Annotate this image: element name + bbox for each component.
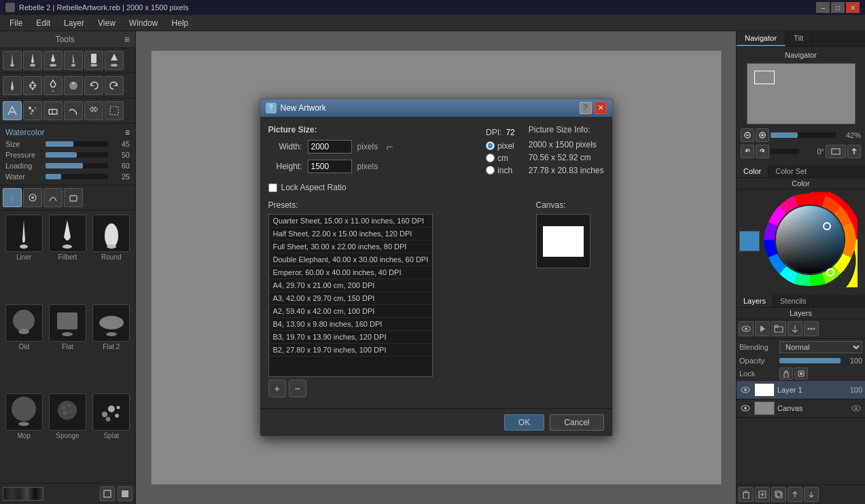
color-wheel-svg[interactable] (762, 192, 858, 287)
preset-6[interactable]: A3, 42.00 x 29.70 cm, 150 DPI (269, 292, 433, 305)
tool-brush5[interactable] (84, 51, 103, 70)
menu-file[interactable]: File (3, 17, 29, 29)
zoom-slider[interactable] (771, 132, 836, 138)
close-button[interactable]: ✕ (846, 2, 860, 13)
lock-aspect-checkbox[interactable] (268, 183, 277, 192)
ok-button[interactable]: OK (504, 414, 544, 431)
tab-navigator[interactable]: Navigator (737, 31, 785, 46)
brush-flat2[interactable]: Flat 2 (90, 303, 133, 391)
tool-wet[interactable] (3, 188, 22, 207)
canvas-extra-vis[interactable] (850, 402, 862, 414)
delete-layer-button[interactable] (739, 487, 754, 502)
height-input[interactable] (308, 160, 352, 173)
tool-dry[interactable] (23, 188, 42, 207)
foreground-color-swatch[interactable] (739, 231, 760, 251)
move-layer-up-button[interactable] (788, 487, 802, 502)
size-slider[interactable] (46, 141, 108, 147)
preset-4[interactable]: Emperor, 60.00 x 40.00 inches, 40 DPI (269, 266, 433, 279)
layer-item-1[interactable]: Layer 1 100 (737, 381, 865, 399)
brush-liner[interactable]: Liner (3, 213, 45, 302)
canvas-layer[interactable]: Canvas (737, 399, 865, 418)
toolbar-bottom-btn2[interactable] (118, 486, 133, 501)
brush-splat[interactable]: Splat (90, 392, 133, 480)
dialog-close-button[interactable]: ✕ (595, 102, 607, 114)
unit-inch-radio[interactable] (486, 166, 495, 175)
menu-edit[interactable]: Edit (29, 17, 57, 29)
tool-paint[interactable] (3, 101, 22, 120)
preset-2[interactable]: Full Sheet, 30.00 x 22.00 inches, 80 DPI (269, 240, 433, 253)
reset-view-button[interactable] (826, 145, 846, 158)
watercolor-menu-icon[interactable]: ≡ (125, 128, 130, 137)
tool-brush3[interactable] (43, 51, 63, 70)
tool-redo[interactable] (105, 76, 124, 95)
preset-1[interactable]: Half Sheet, 22.00 x 15.00 inches, 120 DP… (269, 228, 433, 240)
menu-help[interactable]: Help (165, 17, 196, 29)
lock-position-button[interactable] (794, 367, 808, 380)
tool-pen[interactable] (23, 76, 42, 95)
brush-flat[interactable]: Flat (46, 303, 88, 391)
brush-mop[interactable]: Mop (3, 392, 45, 480)
preset-0[interactable]: Quarter Sheet, 15.00 x 11.00 inches, 160… (269, 215, 433, 228)
preset-remove-button[interactable]: − (289, 380, 306, 397)
tab-color-set[interactable]: Color Set (769, 165, 814, 177)
tool-dropper[interactable] (43, 76, 63, 95)
tool-blend[interactable] (43, 188, 63, 207)
cancel-button[interactable]: Cancel (550, 414, 603, 431)
lock-pixels-button[interactable] (779, 367, 793, 380)
layers-extra-button[interactable] (804, 321, 819, 336)
preset-9[interactable]: B3, 19.70 x 13.90 inches, 120 DPI (269, 331, 433, 344)
layers-play-button[interactable] (755, 321, 770, 336)
rotation-slider[interactable] (771, 149, 799, 154)
tool-erase2[interactable] (64, 188, 83, 207)
brush-sponge[interactable]: Sponge (46, 392, 88, 480)
unit-pixel[interactable]: pixel (486, 141, 515, 151)
tab-layers[interactable]: Layers (737, 295, 773, 307)
tool-brush4[interactable] (64, 51, 83, 70)
tab-tilt[interactable]: Tilt (785, 31, 812, 46)
unit-pixel-radio[interactable] (486, 141, 495, 150)
canvas-visibility[interactable] (739, 402, 752, 414)
brush-round[interactable]: Round (90, 213, 133, 302)
blending-select[interactable]: Normal Multiply Screen (779, 341, 862, 353)
tab-stencils[interactable]: Stencils (773, 295, 814, 307)
layer-1-visibility[interactable] (739, 384, 752, 396)
zoom-in-button[interactable] (756, 128, 769, 142)
preset-7[interactable]: A2, 59.40 x 42.00 cm, 100 DPI (269, 305, 433, 318)
menu-layer[interactable]: Layer (57, 17, 91, 29)
preset-add-button[interactable]: + (268, 380, 286, 397)
title-bar-controls[interactable]: – □ ✕ (816, 2, 860, 13)
flip-button[interactable] (847, 145, 861, 158)
preset-3[interactable]: Double Elephant, 40.00 x 30.00 inches, 6… (269, 253, 433, 266)
tool-eraser[interactable] (43, 101, 63, 120)
menu-view[interactable]: View (91, 17, 122, 29)
tool-smudge[interactable] (64, 101, 83, 120)
brush-old[interactable]: Old (3, 303, 45, 391)
rotate-left-button[interactable] (741, 145, 754, 158)
tool-pencil[interactable] (3, 76, 22, 95)
tool-select[interactable] (105, 101, 124, 120)
tool-brush6[interactable] (105, 51, 124, 70)
canvas-area[interactable]: ? New Artwork ? ✕ Picture Size: (136, 31, 736, 504)
unit-inch[interactable]: inch (486, 166, 515, 175)
pressure-slider[interactable] (46, 152, 108, 158)
maximize-button[interactable]: □ (831, 2, 845, 13)
loading-slider[interactable] (46, 163, 108, 168)
tool-brush2[interactable] (23, 51, 42, 70)
unit-cm-radio[interactable] (486, 154, 495, 162)
width-input[interactable] (308, 140, 352, 154)
move-layer-down-button[interactable] (804, 487, 819, 502)
add-layer-button[interactable] (755, 487, 770, 502)
tool-undo[interactable] (84, 76, 103, 95)
presets-list[interactable]: Quarter Sheet, 15.00 x 11.00 inches, 160… (268, 214, 434, 377)
opacity-slider[interactable] (779, 358, 841, 363)
tool-fill[interactable] (64, 76, 83, 95)
water-slider[interactable] (46, 174, 108, 179)
minimize-button[interactable]: – (816, 2, 830, 13)
preset-8[interactable]: B4, 13.90 x 9.80 inches, 160 DPI (269, 318, 433, 331)
tool-move[interactable] (84, 101, 103, 120)
rotate-right-button[interactable] (756, 145, 769, 158)
tab-color[interactable]: Color (737, 165, 769, 177)
tool-brush1[interactable] (3, 51, 22, 70)
menu-window[interactable]: Window (122, 17, 165, 29)
layers-group-button[interactable] (771, 321, 786, 336)
